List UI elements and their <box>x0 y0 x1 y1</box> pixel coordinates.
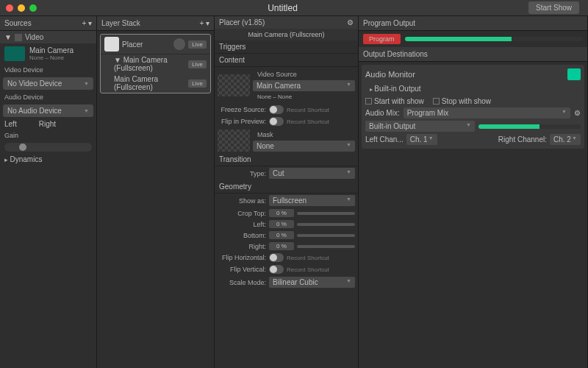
layer-item-2[interactable]: Main Camera (Fullscreen) Live <box>101 74 210 93</box>
gain-slider[interactable] <box>4 143 92 152</box>
right-channel-select[interactable]: Ch. 2▼ <box>550 134 581 145</box>
builtin-label: ▸ Built-in Output <box>365 82 581 95</box>
layer-stack-panel: Layer Stack + ▾ Placer Live ▼ Main Camer… <box>97 16 215 368</box>
document-title: Untitled <box>37 3 528 13</box>
video-source-select[interactable]: Main Camera▼ <box>253 80 355 91</box>
chevron-down-icon: ▼ <box>4 33 12 41</box>
left-label: Left <box>4 120 17 128</box>
gain-label: Gain <box>0 130 96 141</box>
crop-top-slider[interactable] <box>297 212 355 215</box>
inspector-header: Placer (v1.85) ⚙ <box>215 16 358 29</box>
content-section: Content <box>215 54 358 67</box>
transition-select[interactable]: Cut▼ <box>269 168 355 179</box>
program-button[interactable]: Program <box>363 34 401 44</box>
loop-icon[interactable] <box>173 38 185 50</box>
mask-label: Mask <box>253 129 355 141</box>
dynamics-label[interactable]: ▸ Dynamics <box>0 153 96 166</box>
left-channel-select[interactable]: Ch. 1▼ <box>406 134 437 145</box>
flip-h-toggle[interactable] <box>269 253 284 262</box>
crop-left-label: Left: <box>218 221 266 228</box>
right-label: Right <box>39 120 56 128</box>
audio-device-label: Audio Device <box>0 91 96 103</box>
destinations-title: Output Destinations <box>363 50 428 58</box>
layer-item-1[interactable]: ▼ Main Camera (Fullscreen) Live <box>101 54 210 74</box>
flip-preview-label: Flip in Preview: <box>218 118 266 125</box>
destinations-header: Output Destinations <box>359 47 587 62</box>
source-none: None – None <box>253 91 355 102</box>
gear-icon[interactable]: ⚙ <box>347 18 354 26</box>
audio-mix-select[interactable]: Program Mix▼ <box>404 107 570 118</box>
dropdown-icon: ▼ <box>84 108 89 113</box>
video-device-label: Video Device <box>0 64 96 76</box>
placer-title: Placer <box>122 40 171 49</box>
crop-right-value[interactable]: 0 % <box>269 242 294 250</box>
placer-card[interactable]: Placer Live ▼ Main Camera (Fullscreen) L… <box>100 34 211 93</box>
mask-select[interactable]: None▼ <box>253 141 355 152</box>
maximize-icon[interactable] <box>29 4 37 12</box>
start-show-button[interactable]: Start Show <box>528 1 579 14</box>
transition-section: Transition <box>215 153 358 166</box>
scale-mode-label: Scale Mode: <box>218 279 266 286</box>
crop-bottom-slider[interactable] <box>297 234 355 237</box>
audio-monitor-title: Audio Monitor <box>365 70 415 79</box>
live-badge[interactable]: Live <box>188 60 207 68</box>
window-controls <box>6 4 37 12</box>
crop-left-value[interactable]: 0 % <box>269 220 294 228</box>
layer-stack-title: Layer Stack <box>101 19 140 27</box>
video-device-select[interactable]: No Video Device▼ <box>3 77 93 90</box>
output-title: Program Output <box>363 19 415 27</box>
live-badge[interactable]: Live <box>188 79 207 88</box>
sources-title: Sources <box>4 19 32 27</box>
geometry-section: Geometry <box>215 180 358 194</box>
crop-bottom-value[interactable]: 0 % <box>269 231 294 239</box>
flip-preview-toggle[interactable] <box>269 117 284 126</box>
stop-with-show-checkbox[interactable]: Stop with show <box>433 97 491 105</box>
crop-top-label: Crop Top: <box>218 210 266 217</box>
audio-meter <box>478 124 581 129</box>
show-as-select[interactable]: Fullscreen▼ <box>269 195 355 206</box>
triggers-section[interactable]: Triggers <box>215 40 358 54</box>
crop-right-label: Right: <box>218 243 266 250</box>
live-badge[interactable]: Live <box>188 40 207 49</box>
gear-icon[interactable]: ⚙ <box>574 109 581 117</box>
close-icon[interactable] <box>6 4 13 12</box>
record-shortcut-button[interactable]: Record Shortcut <box>287 255 355 261</box>
output-meter <box>405 37 583 41</box>
titlebar: Untitled Start Show <box>0 0 588 16</box>
add-layer-button[interactable]: + ▾ <box>199 19 209 27</box>
flip-v-label: Flip Vertical: <box>218 266 266 273</box>
source-subtitle: None – None <box>29 54 74 61</box>
source-main-camera[interactable]: Main Camera None – None <box>0 43 96 64</box>
camera-thumbnail <box>4 46 25 61</box>
record-shortcut-button[interactable]: Record Shortcut <box>287 118 355 125</box>
show-as-label: Show as: <box>218 197 266 205</box>
type-label: Type: <box>218 170 266 177</box>
video-label: Video <box>25 33 43 41</box>
freeze-toggle[interactable] <box>269 105 284 114</box>
audio-device-select[interactable]: No Audio Device▼ <box>3 105 93 117</box>
inspector-subtitle: Main Camera (Fullscreen) <box>215 29 358 40</box>
minimize-icon[interactable] <box>18 4 25 12</box>
flip-v-toggle[interactable] <box>269 265 284 274</box>
video-source-label: Video Source <box>253 68 355 80</box>
speaker-icon[interactable] <box>567 68 581 80</box>
record-shortcut-button[interactable]: Record Shortcut <box>287 107 355 113</box>
record-shortcut-button[interactable]: Record Shortcut <box>287 266 355 273</box>
output-device-select[interactable]: Built-in Output▼ <box>365 121 475 132</box>
crop-top-value[interactable]: 0 % <box>269 209 294 217</box>
scale-mode-select[interactable]: Bilinear Cubic▼ <box>269 277 355 288</box>
right-channel-label: Right Channel: <box>498 135 547 144</box>
inspector-title: Placer (v1.85) <box>219 18 265 26</box>
placer-icon <box>104 37 119 52</box>
add-source-button[interactable]: + ▾ <box>82 19 92 27</box>
freeze-label: Freeze Source: <box>218 106 266 113</box>
video-group[interactable]: ▼ Video <box>0 31 96 43</box>
flip-h-label: Flip Horizontal: <box>218 254 266 261</box>
crop-left-slider[interactable] <box>297 223 355 226</box>
sources-header: Sources + ▾ <box>0 16 96 31</box>
dropdown-icon: ▼ <box>84 81 89 86</box>
start-with-show-checkbox[interactable]: Start with show <box>365 97 424 105</box>
output-panel: Program Output Program Output Destinatio… <box>359 16 588 368</box>
crop-right-slider[interactable] <box>297 245 355 248</box>
inspector-panel: Placer (v1.85) ⚙ Main Camera (Fullscreen… <box>215 16 359 368</box>
